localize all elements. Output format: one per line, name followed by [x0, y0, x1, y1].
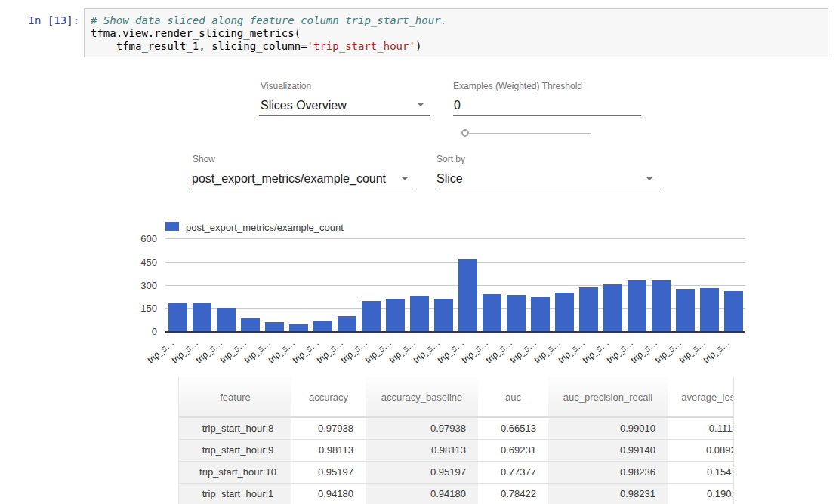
metric-cell: 0.97938: [291, 417, 366, 439]
metric-cell: 0.98236: [548, 461, 668, 483]
gridline: [165, 262, 745, 263]
table-row: trip_start_hour:90.981130.981130.692310.…: [179, 439, 734, 461]
y-axis-tick-label: 450: [119, 257, 157, 268]
bar[interactable]: [628, 280, 646, 331]
metric-cell: 0.95197: [366, 461, 478, 483]
code-line3-post: ): [415, 40, 421, 52]
sort-dropdown-arrow-icon[interactable]: [646, 177, 653, 180]
sort-underline: [436, 189, 659, 189]
bar[interactable]: [338, 316, 356, 331]
bar[interactable]: [386, 299, 405, 331]
threshold-slider-knob[interactable]: [461, 129, 469, 137]
threshold-input[interactable]: 0: [454, 99, 461, 112]
bar[interactable]: [217, 308, 236, 331]
show-label: Show: [193, 154, 215, 164]
bar[interactable]: [265, 322, 284, 331]
metric-cell: 0.78422: [478, 483, 548, 504]
bar[interactable]: [483, 294, 501, 331]
bar[interactable]: [507, 295, 526, 331]
bar[interactable]: [313, 321, 332, 331]
metric-cell: 0.98113: [366, 439, 478, 461]
threshold-slider-track[interactable]: [464, 133, 591, 134]
bar[interactable]: [434, 299, 453, 331]
column-header-auc_precision_recall[interactable]: auc_precision_recall: [548, 377, 668, 417]
metric-cell: 0.97938: [366, 417, 478, 439]
column-header-auc[interactable]: auc: [478, 377, 548, 417]
metric-cell: 0.77377: [478, 461, 548, 483]
metrics-table[interactable]: featureaccuracyaccuracy_baselineaucauc_p…: [178, 377, 734, 504]
threshold-underline: [453, 115, 641, 116]
table-row: trip_start_hour:100.951970.951970.773770…: [179, 461, 734, 483]
legend-swatch: [165, 222, 179, 231]
metric-cell: 0.15411: [668, 461, 734, 483]
column-header-average_loss[interactable]: average_loss: [668, 377, 734, 417]
metric-cell: 0.94180: [366, 483, 478, 504]
metric-cell: 0.19011: [668, 483, 734, 504]
bar[interactable]: [289, 324, 308, 331]
table-row: trip_start_hour:80.979380.979380.665130.…: [179, 417, 734, 439]
y-axis-tick-label: 0: [119, 326, 157, 337]
bar[interactable]: [603, 284, 622, 331]
bar[interactable]: [362, 301, 381, 331]
code-line2: tfma.view.render_slicing_metrics(: [91, 27, 301, 39]
sort-select[interactable]: Slice: [436, 172, 463, 186]
feature-cell: trip_start_hour:1: [179, 483, 291, 504]
table-row: trip_start_hour:10.941800.941800.784220.…: [179, 483, 734, 504]
feature-cell: trip_start_hour:8: [179, 417, 291, 439]
bar[interactable]: [531, 297, 550, 331]
metric-cell: 0.11111: [668, 417, 734, 439]
bar[interactable]: [724, 291, 743, 331]
threshold-label: Examples (Weighted) Threshold: [453, 81, 582, 91]
feature-cell: trip_start_hour:9: [179, 439, 291, 461]
metric-cell: 0.98231: [548, 483, 668, 504]
column-header-feature[interactable]: feature: [179, 377, 291, 417]
metric-cell: 0.94180: [291, 483, 366, 504]
code-line3-pre: tfma_result_1, slicing_column=: [91, 40, 307, 52]
bar[interactable]: [241, 318, 260, 331]
gridline: [165, 238, 745, 239]
bar[interactable]: [676, 289, 695, 331]
feature-cell: trip_start_hour:10: [179, 461, 291, 483]
metric-cell: 0.66513: [478, 417, 548, 439]
y-axis-tick-label: 300: [119, 280, 157, 291]
column-header-accuracy_baseline[interactable]: accuracy_baseline: [366, 377, 478, 417]
sort-label: Sort by: [436, 154, 465, 164]
code-comment: # Show data sliced along feature column …: [91, 14, 447, 26]
y-axis-tick-label: 600: [119, 233, 157, 244]
code-line3-string: 'trip_start_hour': [307, 40, 415, 52]
y-axis-tick-label: 150: [119, 303, 157, 314]
x-axis-line: [165, 331, 745, 333]
bar[interactable]: [579, 287, 598, 331]
bar[interactable]: [458, 259, 477, 331]
metric-cell: 0.95197: [291, 461, 366, 483]
bar[interactable]: [168, 303, 187, 331]
bar[interactable]: [410, 296, 429, 331]
bar[interactable]: [700, 288, 719, 331]
bar[interactable]: [652, 280, 671, 331]
metric-cell: 0.08921: [668, 439, 734, 461]
metric-cell: 0.98113: [291, 439, 366, 461]
show-underline: [193, 189, 415, 189]
bar[interactable]: [555, 293, 574, 331]
metric-cell: 0.69231: [478, 439, 548, 461]
code-text: # Show data sliced along feature column …: [91, 14, 822, 53]
metric-cell: 0.99140: [548, 439, 668, 461]
column-header-accuracy[interactable]: accuracy: [291, 377, 366, 417]
code-cell[interactable]: # Show data sliced along feature column …: [84, 8, 828, 57]
bar[interactable]: [193, 303, 211, 331]
show-select[interactable]: post_export_metrics/example_count: [192, 172, 386, 186]
visualization-select[interactable]: Slices Overview: [261, 99, 347, 112]
legend-label: post_export_metrics/example_count: [186, 222, 344, 233]
metric-cell: 0.99010: [548, 417, 668, 439]
cell-prompt: In [13]:: [0, 14, 79, 27]
visualization-label: Visualization: [261, 81, 311, 91]
show-dropdown-arrow-icon[interactable]: [401, 177, 409, 180]
visualization-underline: [259, 115, 430, 116]
visualization-dropdown-arrow-icon[interactable]: [417, 103, 424, 106]
